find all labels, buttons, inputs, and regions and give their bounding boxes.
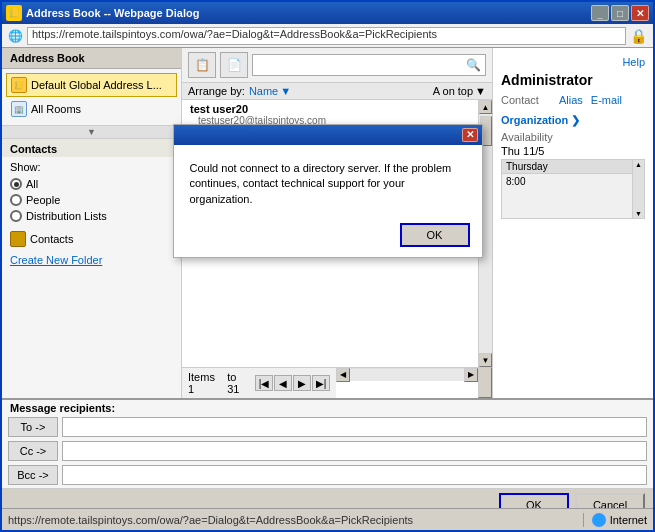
url-input[interactable]: https://remote.tailspintoys.com/owa/?ae=… [27, 27, 626, 45]
contacts-section-title: Contacts [2, 138, 181, 157]
nav-prev-btn[interactable]: ◀ [274, 375, 292, 391]
status-zone: 🌐 Internet [583, 513, 647, 527]
dialog-overlay: ✕ Could not connect to a directory serve… [162, 94, 493, 288]
lock-icon: 🔒 [630, 28, 647, 44]
titlebar: 📒 Address Book -- Webpage Dialog _ □ ✕ [2, 2, 653, 24]
horizontal-scrollbar: ◀ ▶ [336, 367, 478, 381]
address-book-item-rooms[interactable]: 🏢 All Rooms [6, 97, 177, 121]
avail-scroll-down[interactable]: ▼ [635, 210, 642, 217]
availability-label: Availability [501, 131, 645, 143]
nav-first-btn[interactable]: |◀ [255, 375, 273, 391]
contact-label: Contact [501, 94, 551, 106]
contact-cols: Alias E-mail [559, 94, 622, 106]
error-dialog: ✕ Could not connect to a directory serve… [173, 124, 483, 258]
close-button[interactable]: ✕ [631, 5, 649, 21]
middle-toolbar: 📋 📄 🔍 [182, 48, 492, 83]
contacts-label: Contacts [30, 233, 73, 245]
help-button[interactable]: Help [622, 56, 645, 68]
dialog-ok-button[interactable]: OK [400, 223, 470, 247]
all-radio[interactable] [10, 178, 22, 190]
app-icon: 📒 [6, 5, 22, 21]
show-label: Show: [10, 161, 173, 173]
cc-field[interactable] [62, 441, 647, 461]
show-section: Show: All People Distribution Lists [2, 157, 181, 228]
toolbar-view-btn[interactable]: 📋 [188, 52, 216, 78]
address-book-item-label: Default Global Address L... [31, 79, 162, 91]
dialog-footer: OK [174, 217, 482, 257]
recipients-label: Message recipients: [2, 400, 653, 414]
people-radio[interactable] [10, 194, 22, 206]
window-title: Address Book -- Webpage Dialog [26, 7, 199, 19]
alias-link[interactable]: Alias [559, 94, 583, 106]
address-book-rooms-label: All Rooms [31, 103, 81, 115]
dialog-close-button[interactable]: ✕ [462, 128, 478, 142]
scroll-down-btn[interactable]: ▼ [479, 353, 492, 367]
hscroll-left-btn[interactable]: ◀ [336, 368, 350, 382]
bcc-field[interactable] [62, 465, 647, 485]
right-panel-header: Help [501, 56, 645, 68]
internet-icon: 🌐 [592, 513, 606, 527]
items-label: Items 1 [188, 371, 223, 395]
email-link[interactable]: E-mail [591, 94, 622, 106]
to-row: To -> [8, 416, 647, 438]
corner-grip [478, 367, 492, 398]
titlebar-buttons: _ □ ✕ [591, 5, 649, 21]
hscroll-right-btn[interactable]: ▶ [464, 368, 478, 382]
bottom-area: Message recipients: To -> Cc -> Bcc -> O… [2, 398, 653, 508]
dialog-message: Could not connect to a directory server.… [190, 162, 452, 205]
address-book-icon: 📒 [11, 77, 27, 93]
list-scroll-down[interactable]: ▼ [2, 125, 181, 138]
zone-label: Internet [610, 514, 647, 526]
contact-detail-row: Contact Alias E-mail [501, 94, 645, 106]
items-to-label: to 31 [227, 371, 251, 395]
maximize-button[interactable]: □ [611, 5, 629, 21]
avail-scrollbar: ▲ ▼ [632, 160, 644, 218]
organization-link[interactable]: Organization ❯ [501, 114, 645, 127]
contacts-icon [10, 231, 26, 247]
address-book-list: 📒 Default Global Address L... 🏢 All Room… [2, 69, 181, 125]
toolbar-prop-btn[interactable]: 📄 [220, 52, 248, 78]
hscroll-track [350, 369, 464, 381]
list-nav: Items 1 to 31 |◀ ◀ ▶ ▶| [182, 367, 336, 398]
show-people-option[interactable]: People [10, 192, 173, 208]
cc-row: Cc -> [8, 440, 647, 462]
bcc-row: Bcc -> [8, 464, 647, 486]
dialog-body: Could not connect to a directory server.… [174, 145, 482, 217]
statusbar: https://remote.tailspintoys.com/owa/?ae=… [2, 508, 653, 530]
nav-last-btn[interactable]: ▶| [312, 375, 330, 391]
cc-button[interactable]: Cc -> [8, 441, 58, 461]
avail-time: 8:00 [502, 174, 644, 189]
search-icon[interactable]: 🔍 [466, 58, 481, 72]
browser-icon: 🌐 [8, 29, 23, 43]
nav-next-btn[interactable]: ▶ [293, 375, 311, 391]
search-box: 🔍 [252, 54, 486, 76]
dialog-titlebar: ✕ [174, 125, 482, 145]
search-input[interactable] [257, 59, 466, 71]
create-new-folder-link[interactable]: Create New Folder [2, 250, 181, 270]
show-all-option[interactable]: All [10, 176, 173, 192]
contacts-item[interactable]: Contacts [2, 228, 181, 250]
rooms-icon: 🏢 [11, 101, 27, 117]
avail-scroll-up[interactable]: ▲ [635, 161, 642, 168]
address-bar: 🌐 https://remote.tailspintoys.com/owa/?a… [2, 24, 653, 48]
bcc-button[interactable]: Bcc -> [8, 465, 58, 485]
to-button[interactable]: To -> [8, 417, 58, 437]
address-book-title: Address Book [2, 48, 181, 69]
nav-buttons: |◀ ◀ ▶ ▶| [255, 375, 330, 391]
availability-grid: Thursday 8:00 ▲ ▼ [501, 159, 645, 219]
minimize-button[interactable]: _ [591, 5, 609, 21]
availability-date: Thu 11/5 [501, 145, 645, 157]
right-panel: Help Administrator Contact Alias E-mail … [493, 48, 653, 398]
to-field[interactable] [62, 417, 647, 437]
recipient-rows: To -> Cc -> Bcc -> [2, 414, 653, 488]
show-distribution-option[interactable]: Distribution Lists [10, 208, 173, 224]
status-url: https://remote.tailspintoys.com/owa/?ae=… [8, 514, 577, 526]
admin-name: Administrator [501, 72, 645, 88]
address-book-item-global[interactable]: 📒 Default Global Address L... [6, 73, 177, 97]
left-panel: Address Book 📒 Default Global Address L.… [2, 48, 182, 398]
distribution-radio[interactable] [10, 210, 22, 222]
avail-grid-header: Thursday [502, 160, 644, 174]
